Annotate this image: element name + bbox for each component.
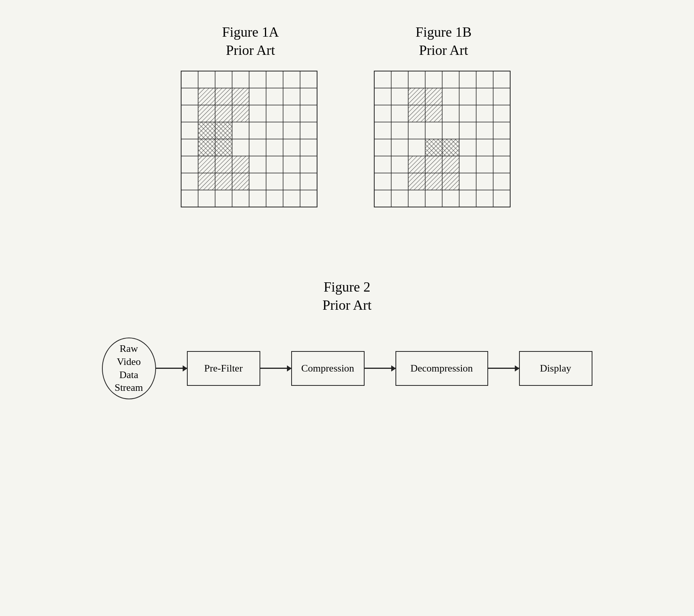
arrow-line-2 xyxy=(260,368,291,369)
arrow-2 xyxy=(260,368,291,369)
arrow-3 xyxy=(365,368,395,369)
arrow-line-1 xyxy=(156,368,187,369)
raw-video-label: Raw Video Data Stream xyxy=(115,342,143,394)
pre-filter-node: Pre-Filter xyxy=(187,351,260,386)
svg-rect-19 xyxy=(198,88,249,122)
svg-rect-41 xyxy=(425,139,459,156)
compression-node: Compression xyxy=(291,351,365,386)
compression-label: Compression xyxy=(301,363,354,374)
svg-rect-42 xyxy=(408,156,459,190)
figure-2-title: Figure 2 Prior Art xyxy=(0,278,694,314)
figure-2-section: Figure 2 Prior Art Raw Video Data Stream… xyxy=(0,278,694,399)
figure-1b-block: Figure 1B Prior Art xyxy=(370,23,517,214)
svg-rect-20 xyxy=(198,122,232,156)
arrow-4 xyxy=(488,368,519,369)
figure-1a-svg xyxy=(177,67,324,214)
figure-1a-title: Figure 1A Prior Art xyxy=(222,23,279,59)
page: Figure 1A Prior Art xyxy=(0,0,694,616)
arrow-1 xyxy=(156,368,187,369)
figure-1b-title: Figure 1B Prior Art xyxy=(416,23,472,59)
figure-1b-svg xyxy=(370,67,517,214)
arrow-line-3 xyxy=(365,368,395,369)
display-node: Display xyxy=(519,351,592,386)
decompression-node: Decompression xyxy=(395,351,488,386)
raw-video-node: Raw Video Data Stream xyxy=(102,338,156,399)
figure-1a-diagram xyxy=(177,67,324,214)
svg-rect-21 xyxy=(198,156,249,190)
figure-1b-diagram xyxy=(370,67,517,214)
figures-top: Figure 1A Prior Art xyxy=(0,23,694,214)
svg-rect-40 xyxy=(408,88,442,122)
decompression-label: Decompression xyxy=(411,363,473,374)
pre-filter-label: Pre-Filter xyxy=(204,363,243,374)
figure-1a-block: Figure 1A Prior Art xyxy=(177,23,324,214)
display-label: Display xyxy=(540,363,571,374)
arrow-line-4 xyxy=(488,368,519,369)
flowchart: Raw Video Data Stream Pre-Filter Compres… xyxy=(0,338,694,399)
